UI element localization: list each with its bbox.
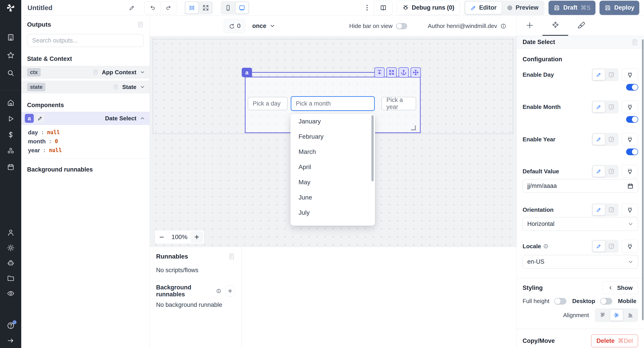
debug-runs-button[interactable]: Debug runs (0) (397, 1, 460, 15)
preview-tab[interactable]: Preview (502, 2, 544, 14)
state-row[interactable]: state State (21, 81, 150, 93)
chevron-up-icon[interactable] (140, 116, 145, 121)
search-icon[interactable] (7, 69, 14, 77)
month-option[interactable]: March (290, 144, 375, 160)
insert-component-tab[interactable] (517, 16, 542, 36)
collapse-arrow-icon[interactable] (7, 337, 14, 344)
fullscreen-layout-button[interactable] (199, 2, 212, 14)
month-option[interactable]: August (290, 220, 375, 226)
undo-button[interactable] (144, 2, 160, 14)
full-height-toggle[interactable] (554, 298, 566, 304)
month-option[interactable]: June (290, 190, 375, 205)
runnables-doc-icon[interactable] (228, 253, 235, 260)
show-styling-button[interactable]: Show (602, 282, 638, 294)
component-settings-tab[interactable] (542, 16, 568, 36)
chevron-down-icon[interactable] (140, 84, 145, 90)
dropdown-scrollbar[interactable] (372, 115, 374, 182)
help-icon[interactable] (7, 322, 15, 330)
ctx-row[interactable]: ctx App Context (21, 66, 150, 78)
settings-gear-icon[interactable] (7, 244, 14, 252)
day-picker-input[interactable]: Pick a day (248, 97, 288, 110)
hide-bar-toggle[interactable] (396, 23, 407, 29)
folders-icon[interactable] (7, 274, 14, 282)
workspace-building-icon[interactable] (7, 34, 14, 41)
anchor-handle[interactable] (398, 67, 409, 78)
favorites-star-icon[interactable] (7, 52, 14, 59)
enable-month-toggle[interactable] (626, 116, 638, 123)
zoom-out-button[interactable]: − (155, 230, 168, 244)
eval-input-button[interactable]: f (605, 134, 618, 145)
mobile-view-button[interactable] (222, 2, 234, 14)
month-option[interactable]: July (290, 205, 375, 220)
eval-input-button[interactable]: f (605, 166, 618, 177)
variables-dollar-icon[interactable] (7, 131, 14, 139)
chevron-down-icon[interactable] (140, 70, 145, 75)
component-a-row[interactable]: a Date Select (21, 112, 150, 125)
move-handle[interactable] (410, 67, 421, 78)
month-picker-input[interactable]: Pick a month (291, 96, 375, 111)
auto-height-handle[interactable] (374, 67, 384, 78)
audit-eye-icon[interactable] (7, 290, 14, 297)
redo-button[interactable] (160, 2, 177, 14)
component-doc-icon[interactable] (632, 39, 638, 46)
component-tag[interactable]: a (242, 68, 252, 77)
month-option[interactable]: February (290, 129, 375, 144)
static-input-button[interactable] (592, 204, 605, 216)
static-input-button[interactable] (592, 134, 605, 145)
connect-input-button[interactable] (622, 133, 638, 146)
align-center-button[interactable] (610, 310, 623, 321)
app-canvas[interactable]: a Pick a day Pick a month Pick a year Ja… (150, 36, 516, 247)
add-background-runnable-button[interactable] (225, 285, 235, 297)
align-bottom-button[interactable] (624, 310, 637, 321)
outputs-search[interactable] (27, 34, 144, 47)
static-input-button[interactable] (592, 166, 605, 177)
home-icon[interactable] (7, 99, 14, 106)
eval-input-button[interactable]: f (605, 204, 618, 216)
month-option[interactable]: April (290, 160, 375, 175)
eval-input-button[interactable]: f (605, 101, 618, 112)
info-icon[interactable] (500, 23, 506, 29)
static-input-button[interactable] (592, 101, 605, 112)
connect-input-button[interactable] (622, 240, 638, 253)
orientation-select[interactable]: Horizontal (522, 217, 638, 231)
desktop-toggle[interactable] (600, 298, 612, 304)
refresh-count-button[interactable]: 0 (224, 19, 245, 33)
connect-input-button[interactable] (622, 68, 638, 81)
outputs-search-input[interactable] (32, 37, 139, 44)
static-input-button[interactable] (592, 69, 605, 80)
calendar-icon[interactable] (627, 183, 634, 189)
eval-input-button[interactable]: f (605, 69, 618, 80)
rename-component-icon[interactable] (36, 114, 44, 123)
month-option[interactable]: May (290, 175, 375, 190)
resize-handle[interactable] (411, 126, 416, 130)
editor-tab[interactable]: Editor (465, 2, 502, 14)
zoom-in-button[interactable]: + (190, 232, 203, 243)
outputs-doc-icon[interactable] (137, 21, 144, 28)
info-icon[interactable] (216, 288, 222, 294)
resources-cubes-icon[interactable] (7, 147, 14, 155)
run-mode-dropdown[interactable]: once (252, 19, 275, 33)
month-option[interactable]: January (290, 114, 375, 129)
more-menu-button[interactable] (364, 5, 370, 10)
align-top-button[interactable] (596, 310, 609, 321)
styling-tab[interactable] (568, 16, 594, 36)
connect-input-button[interactable] (622, 165, 638, 178)
locale-select[interactable]: en-US (522, 255, 638, 268)
docs-button[interactable] (374, 1, 393, 15)
expand-handle[interactable] (386, 67, 397, 78)
windmill-logo[interactable] (0, 0, 21, 16)
year-picker-input[interactable]: Pick a year (382, 97, 416, 110)
panel-scrollbar[interactable] (642, 39, 644, 320)
runs-play-icon[interactable] (7, 115, 14, 122)
schedules-calendar-icon[interactable] (7, 163, 14, 171)
connect-input-button[interactable] (622, 203, 638, 216)
info-icon[interactable] (543, 244, 548, 249)
deploy-button[interactable]: Deploy (600, 1, 639, 15)
enable-year-toggle[interactable] (626, 148, 638, 155)
center-layout-button[interactable] (185, 2, 198, 14)
enable-day-toggle[interactable] (626, 84, 638, 90)
edit-title-icon[interactable] (128, 4, 135, 11)
draft-button[interactable]: Draft ⌘S (548, 1, 596, 15)
desktop-view-button[interactable] (236, 2, 248, 14)
eval-input-button[interactable]: f (605, 241, 618, 252)
